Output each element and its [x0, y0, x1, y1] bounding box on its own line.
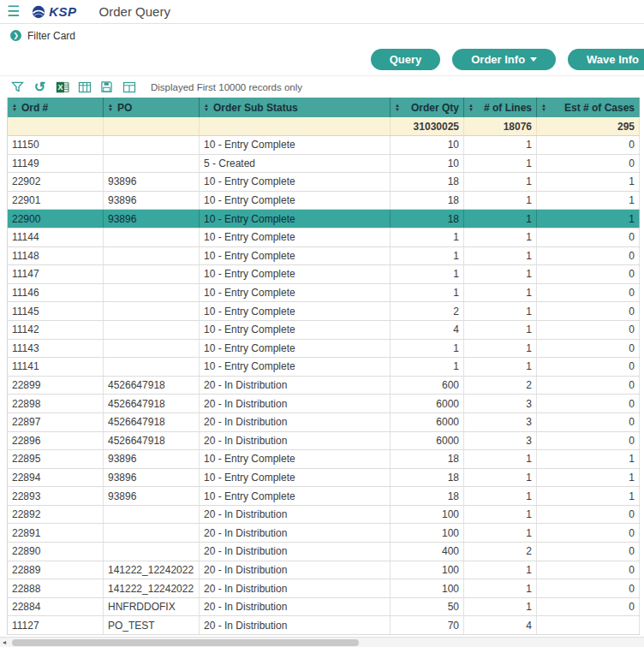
cell-order-sub-status: 10 - Entry Complete [200, 302, 391, 320]
column-header-order-qty[interactable]: ▲▼Order Qty [391, 98, 464, 117]
cell-ord: 11142 [8, 321, 104, 339]
table-row[interactable]: 228949389610 - Entry Complete1811 [8, 469, 639, 488]
sort-icon[interactable]: ▲▼ [468, 104, 474, 111]
cell-of-lines: 1 [464, 469, 537, 487]
cell-est-of-cases: 0 [537, 579, 640, 597]
table-row[interactable]: 229019389610 - Entry Complete1811 [8, 192, 639, 211]
column-label: PO [117, 102, 132, 114]
cell-of-lines: 1 [464, 450, 537, 468]
sort-icon[interactable]: ▲▼ [541, 104, 546, 111]
scroll-left-arrow-icon[interactable]: ◂ [3, 638, 6, 647]
cell-po: HNFRDDOFIX [104, 598, 200, 616]
table-row[interactable]: 1115010 - Entry Complete1010 [8, 136, 639, 155]
cell-ord: 11141 [8, 358, 104, 376]
column-header-po[interactable]: ▲▼PO [104, 98, 200, 117]
column-label: Order Qty [411, 102, 459, 114]
table-row[interactable]: 229009389610 - Entry Complete1811 [8, 210, 639, 229]
table-row[interactable]: 1114810 - Entry Complete110 [8, 247, 639, 266]
cell-est-of-cases: 0 [537, 543, 640, 561]
horizontal-scrollbar[interactable]: ◂ [0, 637, 644, 647]
save-icon[interactable] [99, 80, 114, 94]
cell-est-of-cases: 0 [537, 377, 640, 395]
table-row[interactable]: 1114710 - Entry Complete110 [8, 265, 639, 284]
table-row[interactable]: 1114410 - Entry Complete110 [8, 229, 639, 247]
sort-icon[interactable]: ▲▼ [395, 104, 400, 111]
table-row[interactable]: 228939389610 - Entry Complete1811 [8, 487, 639, 506]
column-label: Ord # [21, 102, 48, 114]
cell-order-sub-status: 10 - Entry Complete [200, 284, 391, 302]
cell-po [104, 284, 200, 302]
table-row[interactable]: 228959389610 - Entry Complete1811 [8, 450, 639, 469]
cell-of-lines: 3 [464, 413, 537, 431]
records-limit-message: Displayed First 10000 records only [151, 82, 302, 92]
filter-card-header[interactable]: ❯ Filter Card [0, 24, 644, 47]
cell-po: 93896 [104, 210, 200, 228]
cell-order-qty: 50 [391, 598, 464, 616]
sort-icon[interactable]: ▲▼ [204, 104, 209, 111]
cell-ord: 11145 [8, 302, 104, 320]
table-row[interactable]: 22888141222_1224202220 - In Distribution… [8, 579, 639, 598]
cell-ord: 11144 [8, 229, 104, 246]
cell-ord: 11147 [8, 265, 104, 283]
table-row[interactable]: 1114510 - Entry Complete210 [8, 302, 639, 321]
table-row[interactable]: 22898452664791820 - In Distribution60003… [8, 395, 639, 413]
filter-icon[interactable] [10, 80, 25, 94]
cell-po: 93896 [104, 173, 200, 191]
cell-est-of-cases: 0 [537, 284, 640, 302]
cell-order-sub-status: 20 - In Distribution [200, 598, 391, 616]
table-row[interactable]: 22884HNFRDDOFIX20 - In Distribution5010 [8, 598, 639, 617]
cell-po: 4526647918 [104, 377, 200, 395]
table-row[interactable]: 1114210 - Entry Complete410 [8, 321, 639, 340]
top-bar: ☰ KSP Order Query [0, 0, 644, 24]
cell-est-of-cases: 0 [537, 598, 640, 616]
horizontal-scrollbar-thumb[interactable] [12, 639, 359, 646]
cell-order-sub-status: 20 - In Distribution [200, 413, 391, 431]
table-row[interactable]: 229029389610 - Entry Complete1811 [8, 173, 639, 192]
column-header-order-sub-status[interactable]: ▲▼Order Sub Status [200, 98, 391, 117]
table-row[interactable]: 22899452664791820 - In Distribution60020 [8, 377, 639, 395]
cell-est-of-cases: 0 [537, 524, 640, 542]
table-row[interactable]: 2289020 - In Distribution40020 [8, 543, 639, 561]
table-row[interactable]: 111495 - Created1010 [8, 155, 639, 174]
cell-of-lines: 1 [464, 302, 537, 320]
cell-est-of-cases: 0 [537, 561, 640, 579]
sort-icon[interactable]: ▲▼ [12, 104, 17, 111]
table-row[interactable]: 1114110 - Entry Complete110 [8, 358, 639, 377]
chevron-right-circle-icon[interactable]: ❯ [10, 30, 21, 41]
column-header-ord[interactable]: ▲▼Ord # [8, 98, 104, 117]
table-row[interactable]: 22889141222_1224202220 - In Distribution… [8, 561, 639, 580]
table-row[interactable]: 22897452664791820 - In Distribution60003… [8, 413, 639, 432]
table-row[interactable]: 2289220 - In Distribution10010 [8, 506, 639, 525]
cell-order-qty: 18 [391, 192, 464, 210]
column-header-est-of-cases[interactable]: ▲▼Est # of Cases [537, 98, 640, 117]
cell-est-of-cases: 1 [537, 192, 640, 210]
cell-of-lines: 1 [464, 598, 537, 616]
table-row[interactable]: 1114310 - Entry Complete110 [8, 340, 639, 359]
table-row[interactable]: 22896452664791820 - In Distribution60003… [8, 432, 639, 451]
table-layout-icon[interactable] [122, 80, 136, 94]
wave-info-button[interactable]: Wave Info [568, 49, 644, 70]
cell-order-sub-status: 10 - Entry Complete [200, 321, 391, 339]
cell-order-qty: 1 [391, 284, 464, 302]
table-row[interactable]: 2289120 - In Distribution10010 [8, 524, 639, 543]
query-button[interactable]: Query [371, 49, 441, 70]
cell-order-qty: 18 [391, 469, 464, 487]
table-columns-icon[interactable] [77, 80, 92, 94]
hamburger-menu-icon[interactable]: ☰ [7, 4, 20, 19]
cell-po [104, 543, 200, 561]
cell-po [104, 136, 200, 154]
cell-order-sub-status: 10 - Entry Complete [200, 450, 391, 468]
sort-icon[interactable]: ▲▼ [108, 104, 113, 111]
order-info-button-label: Order Info [471, 53, 525, 66]
cell-ord: 11149 [8, 155, 104, 173]
cell-est-of-cases: 0 [537, 395, 640, 413]
cell-order-sub-status: 20 - In Distribution [200, 395, 391, 413]
cell-ord: 11148 [8, 247, 104, 265]
table-row[interactable]: 11127PO_TEST20 - In Distribution704 [8, 616, 639, 635]
column-header-of-lines[interactable]: ▲▼# of Lines [464, 98, 537, 117]
excel-export-icon[interactable]: X [55, 80, 69, 94]
order-info-button[interactable]: Order Info [452, 49, 556, 70]
refresh-icon[interactable]: ↺ [33, 80, 47, 94]
table-row[interactable]: 1114610 - Entry Complete110 [8, 284, 639, 303]
cell-of-lines: 1 [464, 358, 537, 376]
